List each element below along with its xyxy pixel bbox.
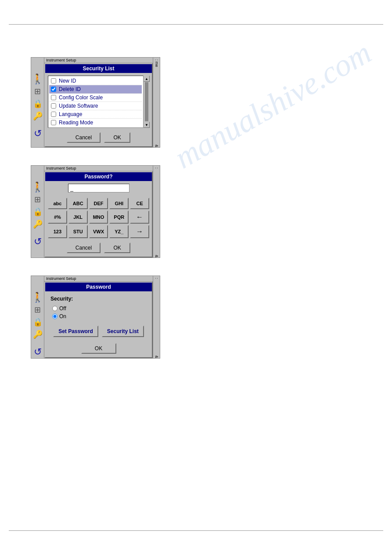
- password-settings-dialog: Password Security: Off On: [44, 282, 153, 358]
- checkbox-language[interactable]: [51, 112, 56, 117]
- keyboard-row-2: #% JKL MNO PQR ←: [48, 210, 149, 224]
- security-list-dialog: Security List New ID Dele: [44, 63, 153, 147]
- set-password-btn[interactable]: Set Password: [53, 326, 98, 337]
- radio-off-label: Off: [59, 305, 66, 312]
- key-123[interactable]: 123: [48, 225, 67, 238]
- key-MNO[interactable]: MNO: [89, 210, 108, 224]
- security-list-btn[interactable]: Security List: [102, 326, 144, 337]
- password-settings-title: Password: [45, 283, 152, 291]
- key-icon-1: 🔑: [32, 110, 43, 122]
- person-icon-1: 🚶: [32, 73, 43, 85]
- right-stub-1: : me &: [153, 58, 160, 147]
- scroll-down-1[interactable]: ▼: [144, 122, 150, 128]
- radio-off: Off: [52, 305, 149, 312]
- key-JKL[interactable]: JKL: [68, 210, 88, 224]
- radio-on-input[interactable]: [52, 314, 58, 319]
- right-stub-3: : &: [153, 276, 160, 358]
- person-icon-3: 🚶: [32, 292, 43, 303]
- list-item-reading-mode: Reading Mode: [49, 119, 142, 127]
- checkbox-reading-mode[interactable]: [51, 120, 56, 125]
- password-dialog: Password? abc ABC DEF GHI CE: [44, 171, 153, 258]
- instrument-frame-2: 🚶 ⊞ 🔒 🔑 ↺ Instrument Setup Password?: [31, 165, 160, 258]
- keyboard-row-1: abc ABC DEF GHI CE: [48, 198, 149, 209]
- right-stub-2: : &: [153, 166, 160, 258]
- scrollbar-1: ▲ ▼: [143, 76, 149, 128]
- right-stub-text-top-1: :: [155, 59, 159, 61]
- security-label: Security:: [48, 294, 149, 303]
- ok-btn-1[interactable]: OK: [104, 132, 130, 143]
- list-item-delete-id: Delete ID: [49, 85, 142, 94]
- list-item-config-color: Config Color Scale: [49, 94, 142, 102]
- btn-row-2: Cancel OK: [48, 241, 149, 254]
- radio-off-input[interactable]: [52, 306, 58, 311]
- bottom-rule: [9, 530, 383, 531]
- security-list-title: Security List: [45, 64, 152, 73]
- ok-btn-2[interactable]: OK: [104, 243, 130, 253]
- grid-icon-3: ⊞: [32, 304, 43, 316]
- right-stub-text-amp-1: &: [155, 145, 159, 147]
- lock-icon-2: 🔒: [32, 206, 43, 218]
- key-abc[interactable]: abc: [48, 198, 67, 209]
- instrument-frame-3: 🚶 ⊞ 🔒 🔑 ↺ Instrument Setup Password Secu…: [31, 276, 160, 359]
- back-icon-3[interactable]: ↺: [32, 346, 43, 358]
- password-settings-content: Security: Off On Set: [45, 291, 152, 357]
- radio-on-label: On: [59, 313, 66, 319]
- instrument-titlebar-2: Instrument Setup: [44, 166, 153, 171]
- key-forward[interactable]: →: [130, 225, 149, 238]
- grid-icon-1: ⊞: [32, 86, 43, 97]
- key-DEF[interactable]: DEF: [89, 198, 108, 209]
- person-icon-2: 🚶: [32, 181, 43, 193]
- btn-row-1: Cancel OK: [48, 131, 149, 144]
- checkbox-update-sw[interactable]: [51, 103, 56, 109]
- main-content-1: Instrument Setup Security List New ID: [44, 58, 153, 147]
- ok-btn-3[interactable]: OK: [81, 343, 116, 354]
- grid-icon-2: ⊞: [32, 194, 43, 205]
- list-item-language: Language: [49, 110, 142, 119]
- main-content-2: Instrument Setup Password? abc: [44, 166, 153, 258]
- instrument-title-2: Instrument Setup: [46, 166, 76, 170]
- dialogs-area: 🚶 ⊞ 🔒 🔑 ↺ Instrument Setup Security List: [0, 26, 392, 359]
- password-content: abc ABC DEF GHI CE #% JKL MNO PQR ←: [45, 181, 152, 257]
- instrument-titlebar-1: Instrument Setup: [44, 58, 153, 63]
- instrument-titlebar-3: Instrument Setup: [44, 276, 153, 282]
- key-icon-2: 🔑: [32, 218, 43, 230]
- instrument-frame-1: 🚶 ⊞ 🔒 🔑 ↺ Instrument Setup Security List: [31, 57, 160, 148]
- password-title: Password?: [45, 172, 152, 181]
- security-list-items: New ID Delete ID Config Color Scale: [48, 76, 149, 128]
- top-rule: [9, 24, 383, 25]
- radio-on: On: [52, 313, 149, 319]
- sidebar-2: 🚶 ⊞ 🔒 🔑 ↺: [31, 166, 44, 258]
- page-container: manualshive.com 🚶 ⊞ 🔒 🔑 ↺ Instrument Set…: [0, 0, 392, 555]
- scroll-up-1[interactable]: ▲: [144, 76, 150, 82]
- key-STU[interactable]: STU: [68, 225, 88, 238]
- key-icon-3: 🔑: [32, 329, 43, 340]
- back-icon-2[interactable]: ↺: [32, 236, 43, 247]
- password-input[interactable]: [68, 184, 129, 192]
- sidebar-3: 🚶 ⊞ 🔒 🔑 ↺: [31, 276, 44, 358]
- key-CE[interactable]: CE: [130, 198, 149, 209]
- radio-group-3: Off On: [52, 305, 149, 319]
- checkbox-new-id[interactable]: [51, 78, 56, 83]
- cancel-btn-2[interactable]: Cancel: [67, 243, 101, 253]
- key-ABC[interactable]: ABC: [68, 198, 88, 209]
- key-backspace[interactable]: ←: [130, 210, 149, 224]
- btn-row-3b: OK: [48, 341, 149, 355]
- sidebar-top-1: [31, 58, 44, 73]
- checkbox-config-color[interactable]: [51, 95, 56, 100]
- key-YZ[interactable]: YZ_: [109, 225, 129, 238]
- checkbox-delete-id[interactable]: [51, 87, 56, 92]
- key-VWX[interactable]: VWX: [89, 225, 108, 238]
- keyboard-row-3: 123 STU VWX YZ_ →: [48, 225, 149, 238]
- list-item-new-id: New ID: [49, 77, 142, 85]
- key-PQR[interactable]: PQR: [109, 210, 129, 224]
- cancel-btn-1[interactable]: Cancel: [67, 132, 101, 143]
- security-list-content: New ID Delete ID Config Color Scale: [45, 73, 152, 146]
- btn-row-3a: Set Password Security List: [48, 324, 149, 339]
- key-GHI[interactable]: GHI: [109, 198, 129, 209]
- list-item-update-sw: Update Software: [49, 102, 142, 110]
- lock-icon-3: 🔒: [32, 316, 43, 328]
- main-content-3: Instrument Setup Password Security: Off: [44, 276, 153, 358]
- back-icon-1[interactable]: ↺: [32, 128, 43, 139]
- password-input-row: [48, 184, 149, 195]
- key-hash[interactable]: #%: [48, 210, 67, 224]
